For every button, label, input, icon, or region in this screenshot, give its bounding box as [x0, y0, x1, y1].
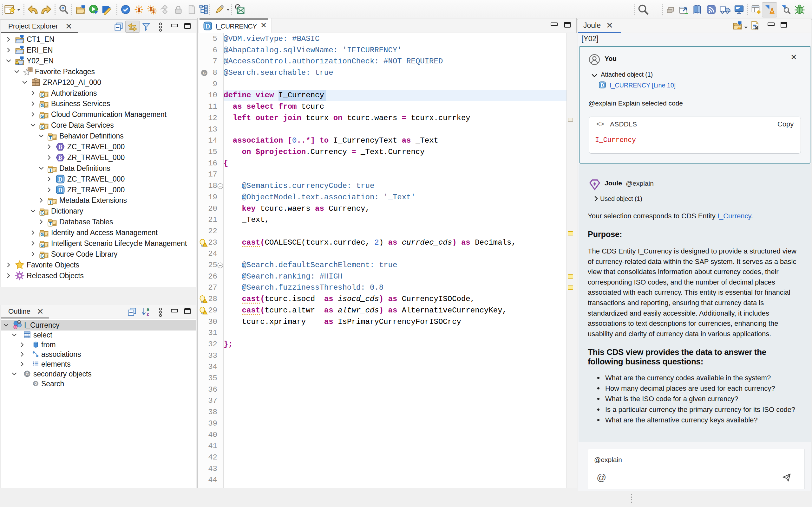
svg-text:D: D — [206, 23, 210, 30]
svg-text:D: D — [58, 187, 62, 193]
svg-text:G: G — [40, 125, 44, 130]
svg-text:G: G — [40, 93, 44, 98]
svg-text:T: T — [49, 222, 52, 226]
svg-text:G: G — [40, 254, 44, 259]
svg-text:G: G — [34, 382, 37, 385]
svg-text:@: @ — [18, 321, 20, 324]
svg-text:T: T — [49, 135, 52, 140]
svg-text:B: B — [58, 154, 62, 161]
svg-text:G: G — [203, 71, 206, 75]
svg-text:B: B — [58, 144, 62, 150]
svg-text:@: @ — [14, 326, 17, 329]
svg-text:G: G — [40, 243, 44, 248]
svg-text:G: G — [26, 372, 29, 376]
svg-text:T: T — [49, 200, 52, 205]
svg-text:G: G — [40, 114, 44, 119]
svg-text:D: D — [600, 82, 604, 88]
svg-text:G: G — [40, 103, 44, 108]
svg-text:D: D — [58, 176, 62, 183]
svg-text:a: a — [147, 307, 149, 312]
svg-text:T: T — [49, 168, 52, 173]
svg-text:!: ! — [205, 311, 206, 315]
svg-text:!: ! — [205, 243, 206, 247]
svg-text:G: G — [40, 211, 44, 216]
svg-text:!: ! — [18, 62, 19, 66]
svg-text:z: z — [147, 312, 149, 317]
svg-text:!: ! — [205, 300, 206, 303]
svg-text:G: G — [40, 232, 44, 237]
